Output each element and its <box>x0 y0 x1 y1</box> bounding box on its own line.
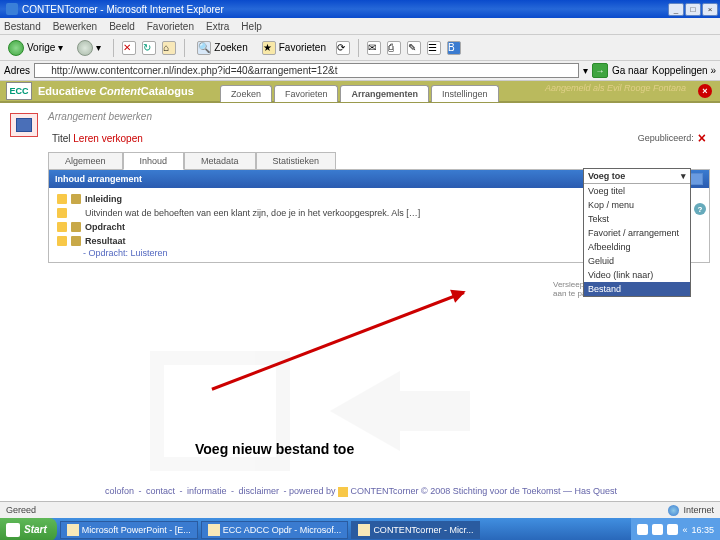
dd-item-afbeelding[interactable]: Afbeelding <box>584 240 690 254</box>
dd-item-bestand[interactable]: Bestand <box>584 282 690 296</box>
title-label: Titel <box>52 133 73 144</box>
dd-item-tekst[interactable]: Tekst <box>584 212 690 226</box>
task-item-word[interactable]: ECC ADCC Opdr - Microsof... <box>201 521 349 539</box>
task-item-ie[interactable]: CONTENTcorner - Micr... <box>351 521 480 539</box>
separator <box>184 39 185 57</box>
folder-icon <box>71 236 81 246</box>
footer-ct: CONTENTcorner <box>351 486 419 496</box>
tray-icon[interactable] <box>667 524 678 535</box>
forward-button[interactable]: ▾ <box>73 38 105 58</box>
search-icon: 🔍 <box>197 41 211 55</box>
menu-favorieten[interactable]: Favorieten <box>147 21 194 32</box>
chevron-left-icon[interactable]: « <box>682 525 687 535</box>
footer-disclaimer[interactable]: disclaimer <box>238 486 279 496</box>
pencil-icon <box>57 222 67 232</box>
tab-instellingen[interactable]: Instellingen <box>431 85 499 102</box>
footer-informatie[interactable]: informatie <box>187 486 227 496</box>
clock: 16:35 <box>691 525 714 535</box>
folder-icon <box>71 222 81 232</box>
forward-icon <box>77 40 93 56</box>
footer-colofon[interactable]: colofon <box>105 486 134 496</box>
logout-button[interactable]: × <box>698 84 712 98</box>
address-input[interactable]: http://www.contentcorner.nl/index.php?id… <box>34 63 579 78</box>
chevron-down-icon[interactable]: ▾ <box>583 65 588 76</box>
footer-copy: © 2008 Stichting voor de Toekomst — Has … <box>421 486 617 496</box>
search-button[interactable]: 🔍 Zoeken <box>193 39 251 57</box>
dd-item-favoriet[interactable]: Favoriet / arrangement <box>584 226 690 240</box>
powerpoint-icon <box>67 524 79 536</box>
menu-bestand[interactable]: Bestand <box>4 21 41 32</box>
chevron-down-icon: ▾ <box>681 171 686 181</box>
taskbar: Start Microsoft PowerPoint - [E... ECC A… <box>0 518 720 540</box>
menu-tools[interactable]: Extra <box>206 21 229 32</box>
footer-contact[interactable]: contact <box>146 486 175 496</box>
title-bar: CONTENTcorner - Microsoft Internet Explo… <box>0 0 720 18</box>
separator <box>358 39 359 57</box>
close-button[interactable]: × <box>702 3 718 16</box>
subtab-algemeen[interactable]: Algemeen <box>48 152 123 170</box>
menu-beeld[interactable]: Beeld <box>109 21 135 32</box>
dd-item-video[interactable]: Video (link naar) <box>584 268 690 282</box>
content-area: ECC Educatieve ContentCatalogus Zoeken F… <box>0 81 720 501</box>
published-group: Gepubliceerd: × <box>638 130 706 146</box>
subtab-statistieken[interactable]: Statistieken <box>256 152 337 170</box>
dd-item-kop[interactable]: Kop / menu <box>584 198 690 212</box>
window-controls: _ □ × <box>668 3 718 16</box>
refresh-icon[interactable]: ↻ <box>142 41 156 55</box>
chevron-down-icon: ▾ <box>58 42 63 53</box>
back-button[interactable]: Vorige ▾ <box>4 38 67 58</box>
edit-icon[interactable]: ✎ <box>407 41 421 55</box>
separator <box>113 39 114 57</box>
go-button[interactable]: → <box>592 63 608 78</box>
user-info: Aangemeld als Evil Rooge Fontana <box>545 83 686 93</box>
stop-icon[interactable]: ✕ <box>122 41 136 55</box>
unpublish-button[interactable]: × <box>698 130 706 146</box>
tray-icon[interactable] <box>637 524 648 535</box>
bluetooth-icon[interactable]: B <box>447 41 461 55</box>
tab-favorieten[interactable]: Favorieten <box>274 85 339 102</box>
menu-help[interactable]: Help <box>241 21 262 32</box>
discuss-icon[interactable]: ☰ <box>427 41 441 55</box>
dd-item-geluid[interactable]: Geluid <box>584 254 690 268</box>
published-label: Gepubliceerd: <box>638 133 694 143</box>
ecc-logo: ECC <box>6 82 32 100</box>
print-icon[interactable]: ⎙ <box>387 41 401 55</box>
status-bar: Gereed Internet <box>0 501 720 518</box>
tray-icon[interactable] <box>652 524 663 535</box>
start-button[interactable]: Start <box>0 518 57 540</box>
globe-icon <box>668 505 679 516</box>
main-panel: Arrangement bewerken Titel Leren verkope… <box>48 109 710 263</box>
subtab-metadata[interactable]: Metadata <box>184 152 256 170</box>
address-bar: Adres http://www.contentcorner.nl/index.… <box>0 61 720 81</box>
favorites-button[interactable]: ★ Favorieten <box>258 39 330 57</box>
page-body: Arrangement bewerken Titel Leren verkope… <box>0 103 720 269</box>
toolbar: Vorige ▾ ▾ ✕ ↻ ⌂ 🔍 Zoeken ★ Favorieten ⟳… <box>0 35 720 61</box>
menu-bewerken[interactable]: Bewerken <box>53 21 97 32</box>
tab-zoeken[interactable]: Zoeken <box>220 85 272 102</box>
dropdown-header[interactable]: Voeg toe ▾ <box>584 169 690 184</box>
subtab-panel: Inhoud arrangement Inleiding Uitvinde <box>48 169 710 263</box>
maximize-button[interactable]: □ <box>685 3 701 16</box>
history-icon[interactable]: ⟳ <box>336 41 350 55</box>
pencil-icon <box>57 236 67 246</box>
home-icon[interactable]: ⌂ <box>162 41 176 55</box>
side-icon[interactable] <box>10 113 38 137</box>
system-tray: « 16:35 <box>631 518 720 540</box>
title-value: Leren verkopen <box>73 133 143 144</box>
menu-bar: Bestand Bewerken Beeld Favorieten Extra … <box>0 18 720 35</box>
title-row: Titel Leren verkopen Gepubliceerd: × <box>48 128 710 148</box>
links-button[interactable]: Koppelingen » <box>652 65 716 76</box>
subtab-inhoud[interactable]: Inhoud <box>123 152 185 170</box>
minimize-button[interactable]: _ <box>668 3 684 16</box>
footer: colofon - contact - informatie - disclai… <box>0 482 720 501</box>
tab-arrangementen[interactable]: Arrangementen <box>340 85 429 102</box>
chevron-down-icon: ▾ <box>96 42 101 53</box>
windows-flag-icon <box>6 523 20 537</box>
panel-icon[interactable] <box>689 173 703 185</box>
task-item-powerpoint[interactable]: Microsoft PowerPoint - [E... <box>60 521 198 539</box>
mail-icon[interactable]: ✉ <box>367 41 381 55</box>
pencil-icon <box>57 194 67 204</box>
add-dropdown: Voeg toe ▾ Voeg titel Kop / menu Tekst F… <box>583 168 691 297</box>
ie-icon <box>6 3 18 15</box>
dd-item-voegtitel[interactable]: Voeg titel <box>584 184 690 198</box>
